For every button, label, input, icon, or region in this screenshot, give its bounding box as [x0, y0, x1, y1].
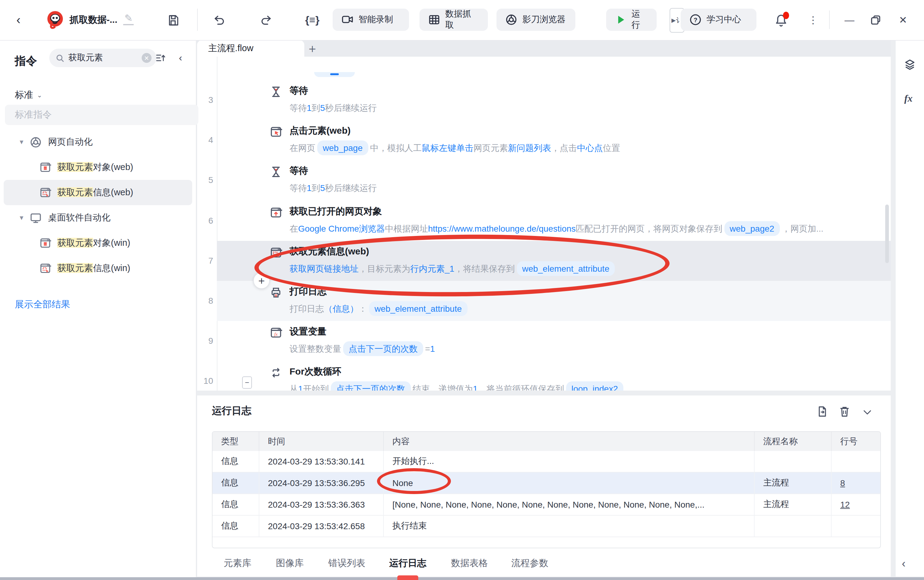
- undo-button[interactable]: [212, 0, 227, 40]
- bottom-tab-错误列表[interactable]: 错误列表: [328, 557, 365, 569]
- add-tab-button[interactable]: ＋: [303, 40, 321, 57]
- flow-step-6[interactable]: 6获取已打开的网页对象在Google Chrome浏览器中根据网址https:/…: [217, 201, 891, 241]
- rename-icon[interactable]: ✎: [123, 13, 134, 25]
- insert-step-button[interactable]: ＋: [253, 272, 270, 289]
- notifications-button[interactable]: [774, 0, 789, 40]
- desc-text: 获取网页链接地址: [290, 264, 359, 274]
- yingdao-browser-button[interactable]: 影刀浏览器: [496, 8, 575, 31]
- get-webpage-icon: [270, 206, 282, 218]
- log-cell-content: 执行结束: [384, 516, 754, 537]
- variable-chip[interactable]: web_page: [317, 140, 368, 155]
- variable-chip[interactable]: web_element_attribute: [369, 301, 467, 316]
- browser-icon: [505, 13, 517, 26]
- clear-search-icon[interactable]: ✕: [142, 53, 152, 63]
- sort-icon[interactable]: [154, 49, 168, 67]
- back-button[interactable]: ‹: [12, 0, 25, 40]
- bottom-tab-数据表格[interactable]: 数据表格: [451, 557, 488, 569]
- tree-item-4[interactable]: 获取元素对象(win): [0, 231, 196, 255]
- log-row-2[interactable]: 信息2024-03-29 13:53:36.295None主流程8: [212, 473, 880, 494]
- group-label: 标准指令: [5, 105, 198, 125]
- step-description: 在网页web_page中，模拟人工鼠标左键单击网页元素新问题列表，点击中心点位置: [290, 140, 620, 157]
- caret-down-icon[interactable]: ▼: [18, 214, 26, 221]
- bottom-tab-运行日志[interactable]: 运行日志: [389, 557, 426, 569]
- log-cell-line[interactable]: 12: [832, 494, 880, 515]
- log-row-1[interactable]: 信息2024-03-29 13:53:30.141开始执行...: [212, 451, 880, 473]
- log-cell-time: 2024-03-29 13:53:42.658: [259, 516, 384, 537]
- desc-text: 中根据网址: [385, 223, 428, 233]
- flow-step-3[interactable]: 3等待等待1到5秒后继续运行: [217, 80, 891, 120]
- step-description: 等待1到5秒后继续运行: [290, 180, 377, 197]
- camera-icon: [341, 13, 354, 26]
- data-capture-label: 数据抓取: [445, 8, 479, 31]
- tree-group-0[interactable]: ▼网页自动化: [0, 129, 196, 155]
- flow-step-10[interactable]: 10−For次数循环从1开始到点击下一页的次数结束，递增值为1，将当前循环值保存…: [217, 361, 891, 391]
- search-highlight: 获取元素: [57, 162, 93, 172]
- sidebar-title: 指令: [15, 54, 37, 68]
- variable-chip[interactable]: web_page2: [724, 221, 780, 236]
- flow-step-4[interactable]: 4点击元素(web)在网页web_page中，模拟人工鼠标左键单击网页元素新问题…: [217, 120, 891, 160]
- step-line-number: 9: [198, 321, 213, 361]
- tree-group-3[interactable]: ▼桌面软件自动化: [0, 205, 196, 231]
- top-toolbar: ‹ 抓取数据-... ✎ {≡} 智能录制数据抓取影刀浏览器: [0, 0, 924, 41]
- log-cell-line[interactable]: 8: [832, 473, 880, 493]
- fx-variables-icon[interactable]: fx: [904, 93, 917, 105]
- layers-icon[interactable]: [904, 59, 916, 71]
- desc-text: 打印日志: [290, 304, 324, 313]
- flow-step-7[interactable]: 7获取元素信息(web)获取网页链接地址，目标元素为行内元素_1，将结果保存到w…: [217, 241, 891, 281]
- element-object-icon: [40, 237, 51, 249]
- desc-text: 匹配已打开的网页，将网页对象保存到: [576, 223, 722, 233]
- more-menu-button[interactable]: ⋮: [807, 0, 819, 40]
- log-row-4[interactable]: 信息2024-03-29 13:53:42.658执行结束: [212, 516, 880, 537]
- close-button[interactable]: ✕: [893, 0, 914, 40]
- search-input[interactable]: 获取元素 ✕: [49, 49, 156, 67]
- desc-text: ，点击: [551, 143, 577, 153]
- step-description: 等待1到5秒后继续运行: [290, 100, 377, 117]
- code-view-button[interactable]: {≡}: [303, 0, 321, 40]
- restore-button[interactable]: [865, 0, 886, 40]
- smart-record-button[interactable]: 智能录制: [333, 8, 409, 31]
- collapse-panel-icon[interactable]: [862, 407, 874, 419]
- tree-item-2[interactable]: 获取元素信息(web): [4, 180, 192, 205]
- desc-text: 在网页: [290, 143, 315, 153]
- toolbar-divider-2: [829, 10, 830, 29]
- filter-dropdown[interactable]: 标准 ⌄: [15, 89, 42, 101]
- step-line-number: 8: [198, 281, 213, 321]
- minimize-button[interactable]: —: [839, 0, 860, 40]
- variable-chip[interactable]: 点击下一页的次数: [331, 382, 411, 391]
- variable-chip[interactable]: 点击下一页的次数: [343, 341, 423, 356]
- desc-text: ，将结果保存到: [454, 264, 515, 274]
- desc-text: 等待: [290, 183, 307, 193]
- collapse-sidebar-icon[interactable]: ‹: [174, 49, 187, 67]
- caret-down-icon[interactable]: ▼: [18, 138, 26, 145]
- flow-step-9[interactable]: 9fx设置变量设置整数变量点击下一页的次数=1: [217, 321, 891, 361]
- expand-right-panel-icon[interactable]: ‹: [902, 557, 914, 570]
- flow-step-5[interactable]: 5等待等待1到5秒后继续运行: [217, 160, 891, 201]
- log-line-link[interactable]: 8: [840, 478, 845, 488]
- bottom-tab-流程参数[interactable]: 流程参数: [511, 557, 548, 569]
- bottom-tab-图像库[interactable]: 图像库: [276, 557, 304, 569]
- variable-chip[interactable]: web_element_attribute: [517, 261, 615, 276]
- tree-item-1[interactable]: 获取元素对象(web): [0, 155, 196, 180]
- tree-item-5[interactable]: 获取元素信息(win): [0, 255, 196, 281]
- variable-chip[interactable]: loop_index2: [566, 382, 623, 391]
- show-all-results-link[interactable]: 展示全部结果: [15, 299, 70, 310]
- data-capture-button[interactable]: 数据抓取: [420, 8, 488, 31]
- learn-center-button[interactable]: ? 学习中心: [681, 8, 756, 31]
- svg-text:?: ?: [693, 16, 697, 23]
- tab-main-flow[interactable]: 主流程.flow: [197, 40, 304, 57]
- run-button[interactable]: 运行: [606, 8, 657, 31]
- desc-text: 在: [290, 223, 298, 233]
- hourglass-icon: [270, 166, 282, 178]
- redo-button[interactable]: [259, 0, 273, 40]
- log-row-3[interactable]: 信息2024-03-29 13:53:36.363[None, None, No…: [212, 494, 880, 516]
- flow-step-8[interactable]: 8打印日志打印日志（信息）：web_element_attribute: [217, 281, 891, 321]
- canvas-scrollbar[interactable]: [885, 204, 889, 263]
- step-description: 打印日志（信息）：web_element_attribute: [290, 301, 469, 317]
- export-log-icon[interactable]: [816, 405, 828, 418]
- log-cell-type: 信息: [212, 451, 259, 472]
- clear-log-icon[interactable]: [838, 405, 851, 418]
- save-button[interactable]: [166, 0, 180, 40]
- collapse-step-button[interactable]: −: [242, 377, 252, 389]
- log-line-link[interactable]: 12: [840, 499, 850, 509]
- bottom-tab-元素库[interactable]: 元素库: [224, 557, 251, 569]
